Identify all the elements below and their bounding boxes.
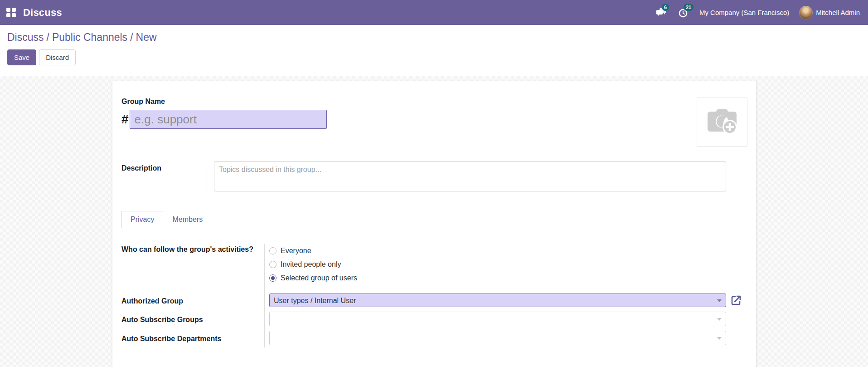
auto-subscribe-groups-select[interactable] [269, 312, 726, 326]
dropdown-caret-icon [717, 299, 722, 302]
breadcrumb-current: New [136, 31, 157, 43]
messages-icon[interactable]: 6 [656, 7, 668, 18]
breadcrumb-discuss[interactable]: Discuss [7, 31, 44, 43]
hash-prefix: # [121, 112, 129, 127]
external-link-icon[interactable] [730, 294, 742, 306]
breadcrumb: Discuss/Public Channels/New [7, 31, 861, 44]
authorized-group-select[interactable]: User types / Internal User [269, 294, 726, 307]
description-label: Description [121, 164, 161, 172]
dropdown-caret-icon [717, 318, 722, 321]
camera-plus-icon [706, 108, 738, 136]
tab-members[interactable]: Members [163, 211, 212, 228]
privacy-tab-content: Who can follow the group's activities? E… [121, 244, 746, 347]
dropdown-caret-icon [717, 337, 722, 340]
auto-subscribe-groups-label: Auto Subscribe Groups [121, 316, 203, 324]
radio-invited-circle[interactable] [269, 261, 276, 268]
radio-invited-people-only[interactable]: Invited people only [269, 258, 746, 271]
follow-question-label: Who can follow the group's activities? [121, 245, 253, 253]
content-area: Group Name # Description Privacy Members… [0, 76, 868, 367]
authorized-group-label: Authorized Group [121, 297, 183, 305]
breadcrumb-separator: / [44, 31, 52, 43]
company-switcher[interactable]: My Company (San Francisco) [699, 9, 789, 16]
breadcrumb-public-channels[interactable]: Public Channels [52, 31, 127, 43]
form-sheet: Group Name # Description Privacy Members… [112, 81, 756, 367]
radio-selected-group-circle[interactable] [269, 274, 276, 282]
radio-selected-group-of-users[interactable]: Selected group of users [269, 271, 746, 285]
save-button[interactable]: Save [7, 49, 36, 65]
app-name[interactable]: Discuss [23, 7, 62, 19]
authorized-group-value: User types / Internal User [270, 294, 726, 307]
breadcrumb-separator: / [127, 31, 136, 43]
top-navbar: Discuss 6 21 My Company (San Francisco) … [0, 0, 868, 25]
group-name-label: Group Name [121, 98, 746, 106]
discard-button[interactable]: Discard [39, 49, 76, 65]
user-menu[interactable]: Mitchell Admin [799, 6, 860, 20]
activities-icon[interactable]: 21 [678, 7, 689, 18]
messages-badge: 6 [662, 4, 669, 11]
activities-badge: 21 [684, 4, 693, 11]
apps-menu-icon[interactable] [6, 8, 16, 17]
radio-everyone-circle[interactable] [269, 247, 276, 254]
user-name: Mitchell Admin [816, 9, 860, 16]
user-avatar [799, 6, 813, 20]
group-name-input[interactable] [130, 110, 327, 129]
control-panel: Discuss/Public Channels/New Save Discard [0, 25, 868, 76]
auto-subscribe-departments-label: Auto Subscribe Departments [121, 335, 221, 343]
tab-privacy[interactable]: Privacy [121, 211, 163, 228]
radio-everyone[interactable]: Everyone [269, 244, 746, 258]
auto-subscribe-departments-select[interactable] [269, 331, 726, 345]
description-textarea[interactable] [214, 161, 726, 191]
channel-image-uploader[interactable] [697, 98, 747, 147]
notebook-tabs: Privacy Members [121, 211, 746, 228]
